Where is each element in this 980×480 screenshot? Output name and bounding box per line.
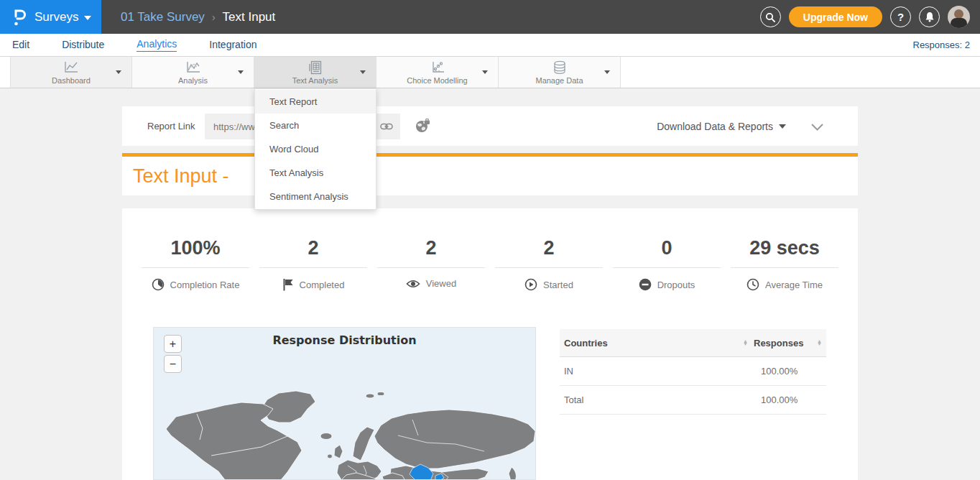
tab-analysis[interactable]: Analysis xyxy=(132,57,254,88)
nav-item-edit[interactable]: Edit xyxy=(12,39,29,52)
divider xyxy=(731,267,838,268)
stat-average-time: 29 secs Average Time xyxy=(726,208,843,291)
chevron-down-icon xyxy=(360,70,366,74)
chain-link-icon[interactable] xyxy=(377,123,396,130)
question-mark-icon: ? xyxy=(897,11,904,23)
map-title: Response Distribution xyxy=(154,333,535,347)
zoom-in-button[interactable]: + xyxy=(164,335,182,353)
play-circle-icon xyxy=(524,278,537,291)
map-zoom-controls: + − xyxy=(164,335,182,373)
tab-dashboard[interactable]: Dashboard xyxy=(10,57,132,88)
stat-value: 0 xyxy=(608,237,726,259)
stat-dropouts: 0 Dropouts xyxy=(608,208,726,291)
analytics-toolbar: Dashboard Analysis Text Analysis xyxy=(0,56,980,88)
table-row: IN 100.00% xyxy=(560,357,826,386)
country-cell: IN xyxy=(564,366,754,377)
question-title: Text Input - xyxy=(122,165,229,188)
tab-label: Analysis xyxy=(178,76,208,85)
search-icon xyxy=(765,12,775,22)
notifications-button[interactable] xyxy=(919,6,940,27)
breadcrumb-survey-link[interactable]: 01 Take Survey xyxy=(121,10,205,24)
report-link-label: Report Link xyxy=(147,121,195,131)
top-bar: Surveys 01 Take Survey › Text Input Upgr… xyxy=(0,0,980,34)
chevron-down-icon xyxy=(84,16,91,20)
collapse-section-chevron[interactable] xyxy=(811,121,823,134)
world-map[interactable] xyxy=(154,328,536,480)
divider xyxy=(613,267,721,268)
minus-circle-icon xyxy=(639,278,652,291)
stats-row: 100% Completion Rate 2 xyxy=(137,208,843,291)
tab-manage-data[interactable]: Manage Data xyxy=(499,57,621,88)
survey-nav: Edit Distribute Analytics Integration Re… xyxy=(0,34,980,56)
nav-item-analytics[interactable]: Analytics xyxy=(137,38,177,52)
chevron-down-icon xyxy=(482,70,488,74)
tab-label: Manage Data xyxy=(535,76,583,85)
breadcrumb-separator: › xyxy=(212,11,216,23)
globe-lock-icon[interactable] xyxy=(415,119,430,136)
chevron-down-icon xyxy=(116,70,121,74)
responses-cell: 100.00% xyxy=(754,394,822,405)
nav-item-integration[interactable]: Integration xyxy=(209,39,256,52)
breadcrumb: 01 Take Survey › Text Input xyxy=(121,0,275,34)
divider xyxy=(377,267,485,268)
tab-label: Dashboard xyxy=(52,76,91,85)
eye-icon xyxy=(406,279,420,289)
stat-value: 2 xyxy=(490,237,608,259)
nav-item-distribute[interactable]: Distribute xyxy=(62,39,104,52)
menu-item-word-cloud[interactable]: Word Cloud xyxy=(255,137,376,161)
stat-value: 2 xyxy=(372,237,490,259)
download-data-reports-dropdown[interactable]: Download Data & Reports xyxy=(657,121,786,132)
search-button[interactable] xyxy=(760,6,781,27)
country-cell: Total xyxy=(564,394,754,405)
table-row-total: Total 100.00% xyxy=(560,386,826,415)
stat-started: 2 Started xyxy=(490,208,608,291)
stat-label: Dropouts xyxy=(657,280,695,290)
questionpro-logo-icon xyxy=(13,8,27,27)
tab-text-analysis[interactable]: Text Analysis xyxy=(254,57,376,88)
menu-item-text-report[interactable]: Text Report xyxy=(255,90,376,114)
tab-label: Text Analysis xyxy=(292,76,338,85)
breadcrumb-current-page: Text Input xyxy=(223,10,276,24)
divider xyxy=(259,267,367,268)
user-avatar[interactable] xyxy=(948,6,970,28)
avatar-body xyxy=(951,18,967,28)
tab-choice-modelling[interactable]: Choice Modelling xyxy=(376,57,499,88)
stat-completion-rate: 100% Completion Rate xyxy=(137,208,254,291)
stats-panel: 100% Completion Rate 2 xyxy=(122,208,858,480)
completion-pie-icon xyxy=(152,278,165,291)
clock-icon xyxy=(746,278,759,291)
stat-value: 100% xyxy=(137,237,254,259)
multi-line-chart-icon xyxy=(185,60,202,75)
text-analysis-dropdown-menu: Text Report Search Word Cloud Text Analy… xyxy=(254,88,376,210)
stat-label: Viewed xyxy=(426,278,456,289)
flag-icon xyxy=(282,278,294,291)
scatter-chart-icon xyxy=(429,60,446,75)
menu-item-sentiment-analysis[interactable]: Sentiment Analysis xyxy=(255,185,376,208)
upgrade-now-button[interactable]: Upgrade Now xyxy=(789,6,882,27)
sort-icon: ▲▼ xyxy=(817,340,822,346)
column-header-responses[interactable]: Responses ▲▼ xyxy=(754,338,822,349)
tab-label: Choice Modelling xyxy=(407,76,467,85)
chevron-down-icon xyxy=(238,70,244,74)
responses-count: Responses: 2 xyxy=(913,40,971,50)
stat-label: Completed xyxy=(300,280,345,290)
product-switcher[interactable]: Surveys xyxy=(0,0,101,34)
menu-item-text-analysis[interactable]: Text Analysis xyxy=(255,161,376,185)
top-actions: Upgrade Now ? xyxy=(760,0,970,34)
zoom-out-button[interactable]: − xyxy=(164,355,182,373)
chevron-down-icon xyxy=(604,70,610,74)
stat-completed: 2 Completed xyxy=(254,208,372,291)
stat-label: Completion Rate xyxy=(170,280,240,290)
divider xyxy=(495,267,603,268)
sort-icon: ▲▼ xyxy=(743,340,748,346)
stat-label: Average Time xyxy=(765,280,823,290)
line-chart-icon xyxy=(63,60,80,75)
stat-value: 2 xyxy=(254,237,372,259)
stat-value: 29 secs xyxy=(726,237,843,259)
menu-item-search[interactable]: Search xyxy=(255,114,376,137)
app-root: Surveys 01 Take Survey › Text Input Upgr… xyxy=(0,0,980,480)
response-distribution-map[interactable]: Response Distribution + − xyxy=(153,327,536,480)
responses-cell: 100.00% xyxy=(754,366,822,377)
help-button[interactable]: ? xyxy=(890,6,911,27)
column-header-countries[interactable]: Countries ▲▼ xyxy=(564,338,754,349)
